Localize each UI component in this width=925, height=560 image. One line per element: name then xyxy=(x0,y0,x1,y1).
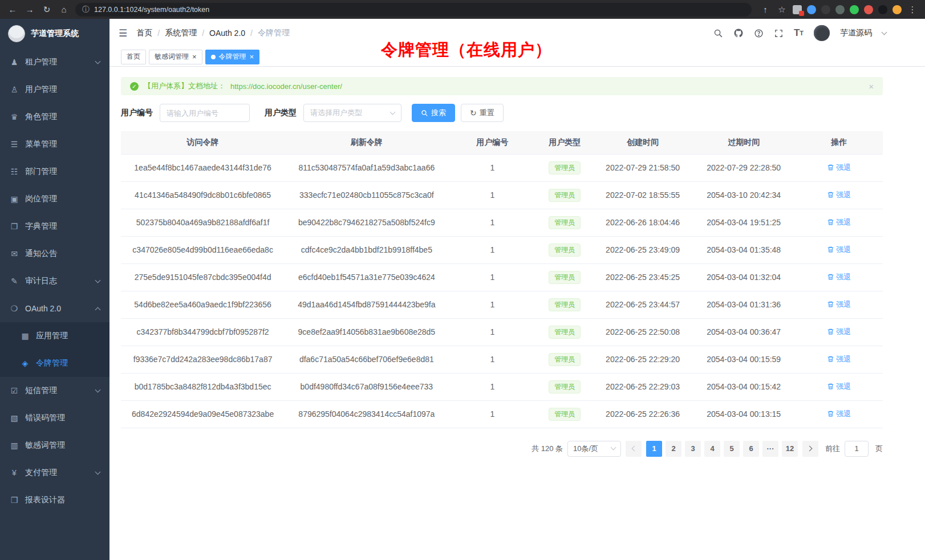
sidebar-item-post[interactable]: ▣岗位管理 xyxy=(0,185,109,213)
sidebar-item-audit[interactable]: ✎审计日志 xyxy=(0,267,109,295)
user-id-input[interactable] xyxy=(160,104,250,122)
page-button-5[interactable]: 5 xyxy=(724,441,740,457)
breadcrumb-separator: / xyxy=(250,29,253,38)
sidebar-item-role[interactable]: ♛角色管理 xyxy=(0,103,109,131)
force-logout-button[interactable]: 强退 xyxy=(827,217,851,228)
page-size-select[interactable]: 10条/页 xyxy=(567,441,621,457)
extension-icon-badged[interactable] xyxy=(793,5,802,14)
user-avatar[interactable] xyxy=(814,25,830,41)
action-cell: 强退 xyxy=(795,400,883,428)
force-logout-label: 强退 xyxy=(836,272,851,282)
user-type-cell: 管理员 xyxy=(536,263,593,291)
sidebar-item-token[interactable]: ◈令牌管理 xyxy=(0,350,109,377)
filter-form: 用户编号 用户类型 请选择用户类型 搜索 ↻ 重置 xyxy=(121,104,883,122)
sidebar-item-sms[interactable]: ☑短信管理 xyxy=(0,377,109,404)
doc-link[interactable]: https://doc.iocoder.cn/user-center/ xyxy=(230,82,342,91)
force-logout-button[interactable]: 强退 xyxy=(827,327,851,337)
force-logout-button[interactable]: 强退 xyxy=(827,409,851,419)
tab-首页[interactable]: 首页 xyxy=(121,50,146,64)
sidebar-item-label: 支付管理 xyxy=(25,468,90,478)
extension-icon-red[interactable] xyxy=(864,5,873,14)
browser-toolbar: ← → ↻ ⌂ ⓘ 127.0.0.1:1024/system/oauth2/t… xyxy=(0,0,925,19)
extension-icon-dark[interactable] xyxy=(821,5,830,14)
extension-icon-green[interactable] xyxy=(850,5,859,14)
force-logout-button[interactable]: 强退 xyxy=(827,272,851,282)
next-page-button[interactable] xyxy=(802,441,818,457)
search-button[interactable]: 搜索 xyxy=(412,104,455,122)
tab-close-icon[interactable]: × xyxy=(192,53,197,60)
force-logout-button[interactable]: 强退 xyxy=(827,163,851,173)
user-id-cell: 1 xyxy=(448,400,536,428)
app-logo[interactable]: 芋道管理系统 xyxy=(0,19,109,48)
goto-page-input[interactable] xyxy=(845,441,869,457)
tab-令牌管理[interactable]: 令牌管理× xyxy=(205,50,260,64)
user-type-cell: 管理员 xyxy=(536,181,593,209)
browser-menu-icon[interactable]: ⋮ xyxy=(907,5,918,15)
sidebar-item-notice[interactable]: ✉通知公告 xyxy=(0,240,109,267)
role-icon: ♛ xyxy=(10,112,19,121)
user-menu-chevron-down-icon[interactable] xyxy=(882,29,887,35)
tab-敏感词管理[interactable]: 敏感词管理× xyxy=(149,50,202,64)
sidebar-item-menu[interactable]: ☰菜单管理 xyxy=(0,131,109,158)
fullscreen-icon[interactable] xyxy=(774,29,784,38)
breadcrumb-item[interactable]: 系统管理 xyxy=(165,28,197,38)
force-logout-button[interactable]: 强退 xyxy=(827,354,851,364)
breadcrumb-item[interactable]: 首页 xyxy=(136,28,152,38)
sidebar-item-sensitive[interactable]: ▥敏感词管理 xyxy=(0,432,109,459)
user-name[interactable]: 芋道源码 xyxy=(840,28,872,38)
sidebar-collapse-icon[interactable]: ☰ xyxy=(119,27,127,39)
sidebar-item-dict[interactable]: ❐字典管理 xyxy=(0,213,109,240)
extension-icon-black[interactable] xyxy=(878,5,887,14)
sidebar-item-oauth[interactable]: ❍OAuth 2.0 xyxy=(0,295,109,322)
page-button-6[interactable]: 6 xyxy=(743,441,759,457)
user-type-select-placeholder: 请选择用户类型 xyxy=(310,108,362,118)
force-logout-button[interactable]: 强退 xyxy=(827,190,851,200)
sidebar-item-tenant[interactable]: ♟租户管理 xyxy=(0,48,109,76)
user-type-select[interactable]: 请选择用户类型 xyxy=(303,104,401,122)
extension-icon-blue[interactable] xyxy=(807,5,816,14)
browser-forward-button[interactable]: → xyxy=(24,5,35,14)
browser-back-button[interactable]: ← xyxy=(7,5,18,14)
bookmark-star-icon[interactable]: ☆ xyxy=(776,5,788,15)
audit-log-icon: ✎ xyxy=(10,277,19,286)
sidebar-item-label: 菜单管理 xyxy=(25,139,100,149)
page-button-1[interactable]: 1 xyxy=(646,441,662,457)
site-info-icon[interactable]: ⓘ xyxy=(82,5,90,15)
font-size-icon[interactable]: TT xyxy=(794,27,804,39)
alert-close-icon[interactable]: × xyxy=(869,82,874,91)
prev-page-button[interactable] xyxy=(626,441,642,457)
select-chevron-down-icon xyxy=(390,109,396,115)
extension-icon-gray[interactable] xyxy=(835,5,845,14)
page-button-12[interactable]: 12 xyxy=(782,441,798,457)
address-bar[interactable]: ⓘ 127.0.0.1:1024/system/oauth2/token xyxy=(75,3,752,17)
sidebar-item-report[interactable]: ❒报表设计器 xyxy=(0,486,109,514)
force-logout-button[interactable]: 强退 xyxy=(827,245,851,255)
force-logout-button[interactable]: 强退 xyxy=(827,382,851,392)
force-logout-button[interactable]: 强退 xyxy=(827,299,851,310)
user-id-cell: 1 xyxy=(448,291,536,318)
share-icon[interactable]: ↑ xyxy=(760,5,771,14)
sidebar-item-app[interactable]: ▦应用管理 xyxy=(0,322,109,350)
github-icon[interactable] xyxy=(733,28,744,38)
search-icon[interactable] xyxy=(713,29,723,38)
page-button-4[interactable]: 4 xyxy=(704,441,720,457)
tab-close-icon[interactable]: × xyxy=(250,53,254,60)
user-type-badge: 管理员 xyxy=(549,244,581,257)
sidebar-item-user[interactable]: ♙用户管理 xyxy=(0,76,109,103)
user-type-badge: 管理员 xyxy=(549,298,581,311)
sidebar-item-pay[interactable]: ¥支付管理 xyxy=(0,459,109,486)
refresh-token-cell: e6cfd40eb1f54571a31e775e039c4624 xyxy=(285,263,448,291)
page-more-button[interactable]: ··· xyxy=(762,441,778,457)
browser-refresh-button[interactable]: ↻ xyxy=(41,5,52,15)
browser-profile-avatar[interactable] xyxy=(892,5,902,14)
page-button-2[interactable]: 2 xyxy=(666,441,681,457)
sidebar-item-errcode[interactable]: ▧错误码管理 xyxy=(0,404,109,432)
sidebar-item-dept[interactable]: ☷部门管理 xyxy=(0,158,109,185)
breadcrumb-item[interactable]: OAuth 2.0 xyxy=(209,29,245,38)
help-icon[interactable] xyxy=(754,29,764,38)
browser-home-button[interactable]: ⌂ xyxy=(58,5,70,14)
page-button-3[interactable]: 3 xyxy=(685,441,701,457)
user-id-cell: 1 xyxy=(448,263,536,291)
user-type-badge: 管理员 xyxy=(549,353,581,366)
reset-button[interactable]: ↻ 重置 xyxy=(461,104,504,122)
